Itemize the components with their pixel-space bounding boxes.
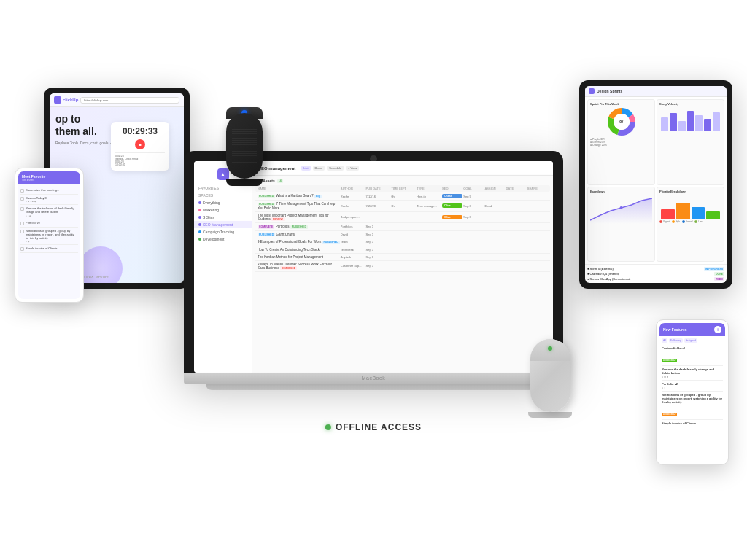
filter-following[interactable]: Following [669,338,683,343]
marketing-dot [198,209,201,211]
view-tabs: List Board Schedule + View [301,166,359,171]
seo-dot [198,223,201,226]
task-meta: ● ◆ [26,240,78,243]
table-header: NAME AUTHOR PUB DATE TIME LEFT TYPE SEO … [255,185,550,192]
schedule-view-btn[interactable]: Schedule [327,166,344,171]
row-9-title[interactable]: 3 Ways To Make Customer Success Work For… [258,262,340,270]
url-bar[interactable]: https://clickup.com [80,97,179,104]
legend-low: 🟢 Low [694,220,702,223]
row-2-email: Email [484,204,505,208]
table-row: PUBLISHED What is a Kanban Board? Big Ra… [255,192,550,201]
row-7-goal: Sep 3 [366,247,391,251]
priority-bar-chart [659,195,721,220]
bar-6 [704,119,711,131]
task-checkbox[interactable] [20,247,24,251]
tr-logo-icon [589,88,595,94]
svg-text:87: 87 [619,119,624,123]
table-row: 9 Examples of Professional Goals For Wor… [255,238,550,246]
row-6-author: Team [341,240,365,244]
timer-stop-button[interactable] [135,139,145,149]
macbook-foot [206,384,541,390]
row-1-timeleft: 0h [391,194,416,198]
row-8-title[interactable]: The Kanban Method for Project Management [258,254,340,258]
tablet-right-tasks: ● Sprint 0 (External) IN PROGRESS ● Cale… [585,264,727,283]
filter-all[interactable]: All [662,338,667,343]
task-checkbox[interactable] [20,189,24,192]
sidebar-item-seo[interactable]: SEO Management [194,221,252,228]
row-1-title[interactable]: PUBLISHED What is a Kanban Board? Big [258,194,340,198]
sidebar-item-campaign-label: Campaign Tracking [203,230,234,234]
add-button[interactable]: + [714,326,721,333]
list-view-btn[interactable]: List [301,166,310,171]
bar-4 [687,111,694,131]
svg-point-7 [620,206,623,209]
list-item: Remove the dash-friendly change and dele… [662,366,723,381]
priority-bar-low [706,211,720,218]
filter-row: All Following Assigned [662,338,723,343]
campaign-dot [198,230,201,233]
phone-right-title: New Features [663,327,687,332]
task-2-status: DONE [714,272,724,276]
row-2-title[interactable]: PUBLISHED 7 Time Management Tips That Ca… [258,202,340,210]
pr-task-3-title: Portfolio v2 [662,382,723,386]
table-row: The Most Important Project Management Ti… [255,211,550,223]
velocity-panel: Story Velocity [657,99,724,185]
row-4-title[interactable]: COMPLETE Portfolios PUBLISHED [258,225,340,229]
phone-header-sub: Site Assets [22,179,77,182]
speaker-base [226,179,263,186]
tr-title: Design Sprints [597,89,622,93]
bar-1 [661,117,668,131]
priority-panel: Priority Breakdown 🔴 Urgent 🟠 High 🔵 [657,187,724,262]
bar-5 [695,115,703,131]
table-row: PUBLISHED Gantt Charts David Sep 3 [255,230,550,238]
row-8-goal: Sep 3 [366,254,391,258]
sidebar-item-sites[interactable]: S Sites [194,214,252,221]
task-meta: ● ○ ◆ [26,214,78,217]
dev-dot [198,238,201,241]
task-checkbox[interactable] [20,222,24,225]
task-checkbox[interactable] [20,230,24,233]
list-item: Remove the inclusion of dash friendly ch… [20,205,78,219]
tablet-right-screen: Design Sprints Sprint Pts This Week [585,86,727,283]
task-checkbox[interactable] [20,207,24,211]
list-item: Portfolio v2 ● ○ [662,381,723,392]
table-row: How To Create An Outstanding Tech Stack … [255,246,550,253]
clickup-logo-icon [54,96,61,104]
phone-left-header: Meet Favorite Site Assets [18,171,80,184]
filter-assigned[interactable]: Assigned [684,338,697,343]
donut-chart: 87 [607,107,636,136]
pr-task-4-title: Notifications of grouped - group by main… [662,393,723,404]
row-6-goal: Sep 3 [366,240,391,244]
custom-view-btn[interactable]: + View [346,166,359,171]
legend-normal: 🔵 Normal [682,220,693,223]
col-name: NAME [258,187,340,190]
task-row-2: ● Calendar: Q4 (Shared) DONE [587,272,724,276]
phone-left-app: Meet Favorite Site Assets Summarize this… [18,171,80,299]
tablet-right-header: Design Sprints [585,86,727,97]
macbook-screen: Favorites Spaces Everything Marketing [194,161,553,373]
tablet-right-frame: Design Sprints Sprint Pts This Week [579,80,732,289]
list-item: Portfolio v2 [20,219,78,228]
bar-3 [678,121,686,131]
col-current-seo: SEO [442,187,462,190]
row-1-type: How-to [417,194,441,198]
row-6-title[interactable]: 9 Examples of Professional Goals For Wor… [258,240,340,244]
sidebar-item-dev[interactable]: Development [194,236,252,243]
row-4-author: Portfolios [341,225,365,228]
smart-speaker-right [521,339,579,418]
task-checkbox[interactable] [20,197,24,201]
col-goal-seo: GOAL [463,187,484,190]
board-view-btn[interactable]: Board [313,166,325,171]
row-7-title[interactable]: How To Create An Outstanding Tech Stack [258,247,340,251]
sidebar-item-marketing[interactable]: Marketing [194,206,252,214]
sidebar-item-campaign[interactable]: Campaign Tracking [194,228,252,236]
macbook-sidebar: Favorites Spaces Everything Marketing [194,161,252,373]
row-5-title[interactable]: PUBLISHED Gantt Charts [258,232,340,236]
row-2-timeleft: 0h [391,204,416,208]
sidebar-item-everything[interactable]: Everything [194,199,252,206]
phone-right-app: New Features + All Following Assigned Cu… [659,323,725,462]
tablet-right-app: Design Sprints Sprint Pts This Week [585,86,727,283]
phone-right-frame: New Features + All Following Assigned Cu… [656,319,729,465]
row-3-title[interactable]: The Most Important Project Management Ti… [258,213,340,221]
row-1-author: Rachel [341,194,365,198]
